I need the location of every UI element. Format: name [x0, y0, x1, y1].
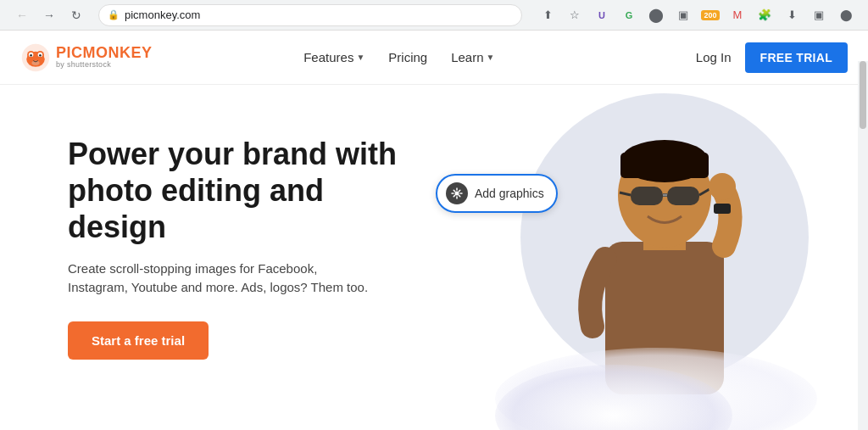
svg-point-6	[30, 53, 32, 56]
hero-image-area: Add graphics	[427, 85, 834, 424]
svg-point-8	[32, 60, 40, 64]
forward-button[interactable]: →	[37, 3, 61, 27]
hero-text: Power your brand with photo editing and …	[68, 127, 424, 360]
nav-learn[interactable]: Learn ▼	[451, 50, 494, 64]
extension-g[interactable]: G	[617, 3, 641, 27]
logo-picmonkey-text: PICMONKEY	[56, 45, 153, 62]
share-button[interactable]: ⬆	[536, 3, 559, 27]
address-bar[interactable]: 🔒 picmonkey.com	[98, 4, 522, 26]
gear-icon	[451, 187, 463, 199]
svg-rect-19	[714, 204, 731, 214]
browser-actions: ⬆ ☆ U G ⬤ ▣ 200 M 🧩 ⬇ ▣ ⬤	[536, 3, 858, 27]
tooltip-label: Add graphics	[475, 187, 544, 200]
learn-chevron-icon: ▼	[487, 53, 495, 62]
extension-circle[interactable]: ⬤	[644, 3, 668, 27]
browser-nav-buttons: ← → ↻	[10, 3, 88, 27]
hero-subtext: Create scroll-stopping images for Facebo…	[68, 260, 373, 298]
navbar: PICMONKEY by shutterstock Features ▼ Pri…	[0, 31, 868, 85]
features-chevron-icon: ▼	[356, 53, 364, 62]
back-button[interactable]: ←	[10, 3, 34, 27]
start-free-trial-button[interactable]: Start a free trial	[68, 321, 209, 360]
extension-puzzle[interactable]: 🧩	[753, 3, 776, 27]
nav-features[interactable]: Features ▼	[303, 50, 364, 64]
url-text: picmonkey.com	[125, 8, 200, 21]
site-content: PICMONKEY by shutterstock Features ▼ Pri…	[0, 31, 868, 430]
logo-text: PICMONKEY by shutterstock	[56, 45, 153, 70]
download-button[interactable]: ⬇	[780, 3, 804, 27]
extension-m[interactable]: M	[726, 3, 749, 27]
svg-point-7	[39, 53, 42, 56]
svg-rect-21	[620, 153, 709, 178]
svg-rect-12	[631, 187, 663, 205]
hero-heading: Power your brand with photo editing and …	[68, 136, 424, 246]
extension-u[interactable]: U	[590, 3, 614, 27]
login-button[interactable]: Log In	[696, 50, 732, 64]
svg-point-22	[455, 192, 459, 196]
nav-pricing[interactable]: Pricing	[388, 50, 427, 64]
free-trial-button[interactable]: FREE TRIAL	[745, 42, 848, 73]
nav-actions: Log In FREE TRIAL	[696, 42, 848, 73]
logo-link[interactable]: PICMONKEY by shutterstock	[20, 42, 153, 73]
extension-box[interactable]: ▣	[671, 3, 695, 27]
logo-shutterstock-text: by shutterstock	[56, 61, 153, 70]
lock-icon: 🔒	[108, 9, 120, 20]
tooltip-icon	[446, 182, 468, 204]
extension-monitor[interactable]: ▣	[807, 3, 831, 27]
add-graphics-tooltip[interactable]: Add graphics	[436, 174, 558, 213]
svg-point-18	[709, 173, 736, 200]
profile-button[interactable]: ⬤	[834, 3, 858, 27]
reload-button[interactable]: ↻	[64, 3, 88, 27]
browser-chrome: ← → ↻ 🔒 picmonkey.com ⬆ ☆ U G ⬤ ▣ 200 M …	[0, 0, 868, 31]
nav-links: Features ▼ Pricing Learn ▼	[253, 50, 494, 64]
svg-rect-13	[667, 187, 699, 205]
extension-200[interactable]: 200	[698, 3, 722, 27]
hero-section: Power your brand with photo editing and …	[0, 85, 868, 430]
scrollbar-thumb[interactable]	[860, 61, 866, 129]
picmonkey-logo-icon	[20, 42, 51, 73]
bookmark-button[interactable]: ☆	[563, 3, 587, 27]
scrollbar[interactable]	[858, 61, 868, 430]
